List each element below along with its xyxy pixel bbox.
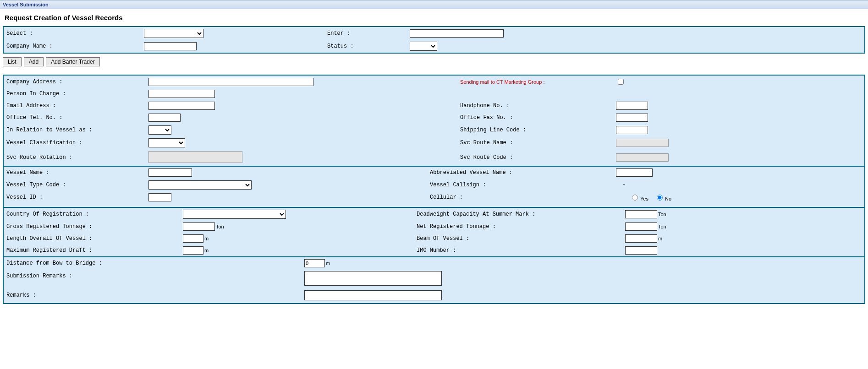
gross-registered-tonnage-label: Gross Registered Tonnage :: [6, 223, 92, 230]
add-barter-trader-button[interactable]: Add Barter Trader: [46, 57, 99, 66]
unit-ton-3: Ton: [657, 224, 666, 229]
filter-panel: Select : Enter : Company Name : Status :: [3, 26, 865, 54]
enter-input[interactable]: [410, 29, 504, 38]
select-label: Select :: [6, 30, 33, 37]
unit-m-4: m: [325, 260, 330, 266]
vessel-type-code-dropdown[interactable]: [148, 180, 252, 190]
net-registered-tonnage-input[interactable]: [625, 222, 657, 231]
add-button[interactable]: Add: [24, 57, 44, 66]
in-relation-label: In Relation to Vessel as :: [6, 127, 92, 133]
header-bar: Vessel Submission: [0, 0, 868, 9]
office-fax-no-label: Office Fax No. :: [460, 114, 513, 121]
cellular-no-radio[interactable]: [657, 195, 663, 201]
enter-label: Enter :: [327, 30, 350, 37]
company-address-label: Company Address :: [6, 79, 62, 85]
vessel-classification-dropdown[interactable]: [148, 138, 185, 147]
svc-route-name-input: [616, 139, 669, 147]
vessel-id-label: Vessel ID :: [6, 194, 43, 201]
office-tel-no-input[interactable]: [148, 114, 181, 122]
svc-route-rotation-textarea: [148, 151, 242, 163]
unit-m-2: m: [657, 236, 662, 241]
vessel-classification-label: Vessel Classification :: [6, 140, 82, 146]
vessel-name-label: Vessel Name :: [6, 169, 49, 176]
unit-m-1: m: [203, 236, 209, 241]
remarks-label: Remarks :: [6, 292, 36, 298]
list-button[interactable]: List: [3, 57, 22, 66]
button-row: List Add Add Barter Trader: [0, 55, 868, 68]
unit-ton-1: Ton: [657, 212, 666, 217]
vessel-callsign-value: -: [616, 182, 626, 188]
net-registered-tonnage-label: Net Registered Tonnage :: [417, 223, 496, 230]
header-title: Vessel Submission: [3, 2, 49, 7]
gross-registered-tonnage-input[interactable]: [183, 222, 215, 231]
unit-ton-2: Ton: [215, 224, 224, 229]
cellular-yes-label: Yes: [639, 196, 653, 201]
imo-number-input[interactable]: [625, 246, 657, 255]
vessel-callsign-label: Vessel Callsign :: [430, 182, 486, 188]
page-title: Request Creation of Vessel Records: [0, 9, 868, 26]
cellular-label: Cellular :: [430, 194, 463, 201]
submission-remarks-textarea[interactable]: [304, 271, 442, 286]
maximum-registered-draft-label: Maximum Registered Draft :: [6, 247, 92, 254]
office-tel-no-label: Office Tel. No. :: [6, 114, 62, 121]
email-address-label: Email Address :: [6, 103, 56, 109]
vessel-id-input[interactable]: [148, 193, 171, 201]
svc-route-name-label: Svc Route Name :: [460, 140, 513, 146]
svc-route-rotation-label: Svc Route Rotation :: [6, 154, 72, 161]
submission-remarks-label: Submission Remarks :: [6, 273, 72, 279]
details-panel: Company Address : Sending mail to CT Mar…: [3, 75, 865, 304]
deadweight-capacity-input[interactable]: [625, 210, 657, 218]
status-dropdown[interactable]: [410, 42, 437, 51]
company-address-input[interactable]: [148, 78, 313, 86]
sending-mail-label: Sending mail to CT Marketing Group :: [460, 79, 544, 85]
distance-bow-bridge-label: Distance from Bow to Bridge :: [6, 260, 102, 266]
imo-number-label: IMO Number :: [417, 247, 456, 254]
abbrev-vessel-name-label: Abbreviated Vessel Name :: [430, 169, 512, 176]
vessel-name-input[interactable]: [148, 168, 192, 177]
unit-m-3: m: [203, 248, 209, 253]
vessel-type-code-label: Vessel Type Code :: [6, 182, 66, 188]
select-dropdown[interactable]: [144, 29, 203, 38]
cellular-yes-radio[interactable]: [632, 195, 638, 201]
handphone-no-label: Handphone No. :: [460, 103, 510, 109]
country-of-registration-dropdown[interactable]: [183, 210, 286, 219]
sending-mail-checkbox[interactable]: [618, 79, 624, 85]
deadweight-capacity-label: Deadweight Capacity At Summer Mark :: [417, 211, 535, 217]
in-relation-dropdown[interactable]: [148, 125, 171, 135]
shipping-line-code-label: Shipping Line Code :: [460, 127, 526, 133]
status-label: Status :: [327, 43, 354, 49]
person-in-charge-input[interactable]: [148, 90, 215, 98]
company-name-input[interactable]: [144, 42, 197, 50]
maximum-registered-draft-input[interactable]: [183, 246, 203, 255]
office-fax-no-input[interactable]: [616, 114, 648, 122]
svc-route-code-label: Svc Route Code :: [460, 154, 513, 161]
cellular-no-label: No: [664, 196, 676, 201]
person-in-charge-label: Person In Charge :: [6, 91, 66, 97]
svc-route-code-input: [616, 153, 669, 162]
beam-of-vessel-label: Beam Of Vessel :: [417, 235, 469, 242]
company-name-label: Company Name :: [6, 43, 53, 49]
remarks-textarea[interactable]: [304, 290, 442, 300]
shipping-line-code-input[interactable]: [616, 126, 648, 134]
abbrev-vessel-name-input[interactable]: [616, 168, 653, 177]
distance-bow-bridge-input[interactable]: [304, 259, 325, 267]
country-of-registration-label: Country Of Registration :: [6, 211, 89, 217]
handphone-no-input[interactable]: [616, 102, 648, 110]
email-address-input[interactable]: [148, 102, 215, 110]
beam-of-vessel-input[interactable]: [625, 234, 657, 243]
length-overall-label: Length Overall Of Vessel :: [6, 235, 92, 242]
length-overall-input[interactable]: [183, 234, 203, 243]
